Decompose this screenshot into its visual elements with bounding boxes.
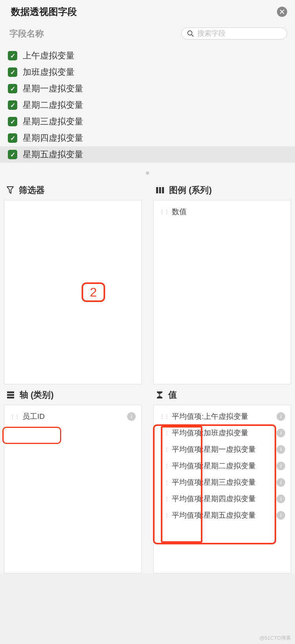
drop-item-label: 数值 xyxy=(172,207,187,217)
drag-handle-icon[interactable]: ⋮⋮ xyxy=(159,209,169,215)
info-icon[interactable]: i xyxy=(277,462,285,470)
checkbox-icon[interactable]: ✓ xyxy=(8,67,17,77)
svg-rect-2 xyxy=(156,187,158,193)
field-item[interactable]: ✓星期三虚拟变量 xyxy=(0,113,295,130)
checkbox-icon[interactable]: ✓ xyxy=(8,51,17,60)
field-label: 星期三虚拟变量 xyxy=(23,116,83,127)
drop-item[interactable]: ⋮⋮员工IDi xyxy=(6,408,140,425)
svg-rect-6 xyxy=(7,394,14,396)
field-label: 上午虚拟变量 xyxy=(23,50,75,62)
drop-item[interactable]: ⋮⋮平均值项:星期五虚拟变量i xyxy=(155,507,289,524)
drag-handle-icon[interactable]: ⋮⋮ xyxy=(159,430,169,436)
drop-item-label: 平均值项:星期三虚拟变量 xyxy=(172,477,256,488)
legend-title: 图例 (系列) xyxy=(169,184,212,196)
legend-section: 图例 (系列) ⋮⋮数值 xyxy=(153,180,291,384)
values-section: 值 ⋮⋮平均值项:上午虚拟变量i⋮⋮平均值项:加班虚拟变量i⋮⋮平均值项:星期一… xyxy=(153,384,291,573)
search-row: 字段名称 xyxy=(0,21,295,44)
field-label: 加班虚拟变量 xyxy=(23,66,75,78)
drag-handle-icon[interactable]: ⋮⋮ xyxy=(159,512,169,518)
axis-title: 轴 (类别) xyxy=(20,389,54,401)
checkbox-icon[interactable]: ✓ xyxy=(8,84,17,93)
drop-item-label: 员工ID xyxy=(22,411,45,422)
close-icon xyxy=(280,9,284,14)
close-button[interactable] xyxy=(277,7,287,17)
field-name-label: 字段名称 xyxy=(9,28,44,40)
field-item[interactable]: ✓星期四虚拟变量 xyxy=(0,130,295,146)
field-label: 星期五虚拟变量 xyxy=(23,149,83,160)
checkbox-icon[interactable]: ✓ xyxy=(8,117,17,126)
field-item[interactable]: ✓星期五虚拟变量 xyxy=(0,146,295,163)
field-item[interactable]: ✓星期一虚拟变量 xyxy=(0,80,295,97)
drop-item-label: 平均值项:加班虚拟变量 xyxy=(172,428,248,438)
drag-handle-icon[interactable]: ⋮⋮ xyxy=(159,496,169,502)
field-list: ✓上午虚拟变量✓加班虚拟变量✓星期一虚拟变量✓星期二虚拟变量✓星期三虚拟变量✓星… xyxy=(0,44,295,166)
svg-rect-4 xyxy=(162,187,164,193)
axis-header: 轴 (类别) xyxy=(4,384,142,405)
filter-icon xyxy=(6,186,14,195)
panel-header: 数据透视图字段 xyxy=(0,0,295,21)
axis-dropzone[interactable]: ⋮⋮员工IDi xyxy=(4,405,142,573)
info-icon[interactable]: i xyxy=(277,478,285,487)
drop-item-label: 平均值项:上午虚拟变量 xyxy=(172,411,248,422)
columns-icon xyxy=(156,186,164,194)
search-box[interactable] xyxy=(181,27,287,40)
drop-item[interactable]: ⋮⋮平均值项:加班虚拟变量i xyxy=(155,425,289,441)
filter-dropzone[interactable] xyxy=(4,200,142,384)
drop-item-label: 平均值项:星期一虚拟变量 xyxy=(172,444,256,455)
watermark: @51CTO博客 xyxy=(259,635,291,642)
values-title: 值 xyxy=(168,389,177,401)
legend-dropzone[interactable]: ⋮⋮数值 xyxy=(153,200,291,384)
drop-item-label: 平均值项:星期二虚拟变量 xyxy=(172,461,256,471)
filter-header: 筛选器 xyxy=(4,180,142,200)
field-label: 星期二虚拟变量 xyxy=(23,99,83,111)
sigma-icon xyxy=(156,391,164,399)
checkbox-icon[interactable]: ✓ xyxy=(8,150,17,159)
drag-handle-icon[interactable]: ⋮⋮ xyxy=(159,463,169,469)
svg-rect-3 xyxy=(159,187,161,193)
drop-item[interactable]: ⋮⋮数值 xyxy=(155,204,289,220)
info-icon[interactable]: i xyxy=(277,511,285,520)
drop-item-label: 平均值项:星期四虚拟变量 xyxy=(172,494,256,504)
svg-rect-5 xyxy=(7,391,14,393)
drag-handle-icon[interactable]: ⋮⋮ xyxy=(159,446,169,453)
legend-header: 图例 (系列) xyxy=(153,180,291,200)
field-item[interactable]: ✓加班虚拟变量 xyxy=(0,64,295,80)
drop-item-label: 平均值项:星期五虚拟变量 xyxy=(172,510,256,520)
checkbox-icon[interactable]: ✓ xyxy=(8,100,17,110)
search-icon xyxy=(187,30,194,37)
drag-handle-icon[interactable]: ⋮⋮ xyxy=(159,479,169,486)
filter-section: 筛选器 xyxy=(4,180,142,384)
values-dropzone[interactable]: ⋮⋮平均值项:上午虚拟变量i⋮⋮平均值项:加班虚拟变量i⋮⋮平均值项:星期一虚拟… xyxy=(153,405,291,573)
drag-handle-icon[interactable]: ⋮⋮ xyxy=(159,413,169,420)
checkbox-icon[interactable]: ✓ xyxy=(8,133,17,143)
info-icon[interactable]: i xyxy=(277,429,285,437)
separator-dot: ● xyxy=(0,166,295,180)
drop-item[interactable]: ⋮⋮平均值项:星期一虚拟变量i xyxy=(155,441,289,458)
svg-rect-7 xyxy=(7,397,14,399)
values-header: 值 xyxy=(153,384,291,405)
field-label: 星期四虚拟变量 xyxy=(23,132,83,144)
info-icon[interactable]: i xyxy=(277,445,285,454)
field-label: 星期一虚拟变量 xyxy=(23,83,83,95)
info-icon[interactable]: i xyxy=(277,412,285,421)
field-item[interactable]: ✓上午虚拟变量 xyxy=(0,47,295,64)
drop-item[interactable]: ⋮⋮平均值项:上午虚拟变量i xyxy=(155,408,289,425)
drag-handle-icon[interactable]: ⋮⋮ xyxy=(10,413,19,420)
axis-section: 轴 (类别) ⋮⋮员工IDi xyxy=(4,384,142,573)
rows-icon xyxy=(6,391,15,399)
drop-item[interactable]: ⋮⋮平均值项:星期二虚拟变量i xyxy=(155,458,289,474)
info-icon[interactable]: i xyxy=(127,412,136,421)
svg-point-0 xyxy=(188,31,192,35)
svg-line-1 xyxy=(191,35,193,36)
field-item[interactable]: ✓星期二虚拟变量 xyxy=(0,97,295,113)
search-input[interactable] xyxy=(197,29,281,38)
info-icon[interactable]: i xyxy=(277,495,285,503)
drop-item[interactable]: ⋮⋮平均值项:星期三虚拟变量i xyxy=(155,474,289,491)
panel-title: 数据透视图字段 xyxy=(11,5,77,18)
filter-title: 筛选器 xyxy=(19,184,45,196)
drop-item[interactable]: ⋮⋮平均值项:星期四虚拟变量i xyxy=(155,491,289,507)
